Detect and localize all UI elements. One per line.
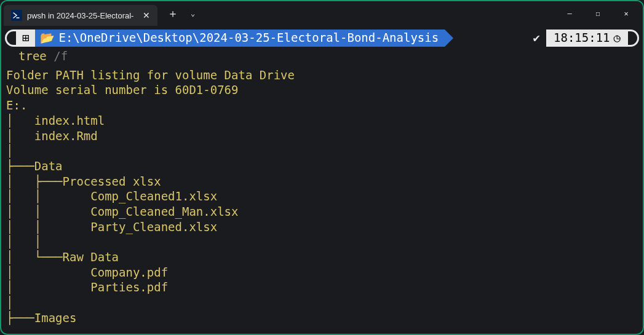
prompt-spacer xyxy=(445,30,527,47)
maximize-button[interactable]: ☐ xyxy=(584,4,612,23)
command-name: tree xyxy=(18,49,47,63)
powershell-icon xyxy=(11,10,22,21)
folder-icon: 📂 xyxy=(40,31,55,45)
command-arg: /f xyxy=(54,49,68,63)
cwd-path: E:\OneDrive\Desktop\2024-03-25-Electoral… xyxy=(58,31,439,45)
path-segment: 📂 E:\OneDrive\Desktop\2024-03-25-Elector… xyxy=(35,30,445,47)
tab[interactable]: pwsh in 2024-03-25-Electoral- ✕ xyxy=(4,5,157,26)
command-output: Folder PATH listing for volume Data Driv… xyxy=(1,68,643,326)
terminal[interactable]: ⊞ 📂 E:\OneDrive\Desktop\2024-03-25-Elect… xyxy=(1,30,643,325)
prompt-decoration-right xyxy=(628,30,639,47)
titlebar: pwsh in 2024-03-25-Electoral- ✕ ＋ ⌄ — ☐ … xyxy=(1,1,643,26)
tab-close-button[interactable]: ✕ xyxy=(141,9,151,22)
close-window-button[interactable]: ✕ xyxy=(612,4,640,23)
windows-logo-icon: ⊞ xyxy=(22,31,29,45)
time-segment: 18:15:11 ◷ xyxy=(546,30,628,47)
minimize-button[interactable]: — xyxy=(555,4,584,23)
new-tab-button[interactable]: ＋ xyxy=(160,2,186,25)
status-check-icon: ✔ xyxy=(527,30,546,47)
prompt-decoration-left xyxy=(5,30,16,47)
prompt-bar: ⊞ 📂 E:\OneDrive\Desktop\2024-03-25-Elect… xyxy=(1,30,643,47)
command-line: tree /f xyxy=(1,48,643,68)
window-controls: — ☐ ✕ xyxy=(555,4,640,23)
tab-dropdown-button[interactable]: ⌄ xyxy=(186,6,200,22)
os-segment: ⊞ xyxy=(16,30,35,47)
prompt-time: 18:15:11 xyxy=(554,31,610,45)
clock-icon: ◷ xyxy=(614,31,621,45)
tab-title: pwsh in 2024-03-25-Electoral- xyxy=(27,11,137,20)
